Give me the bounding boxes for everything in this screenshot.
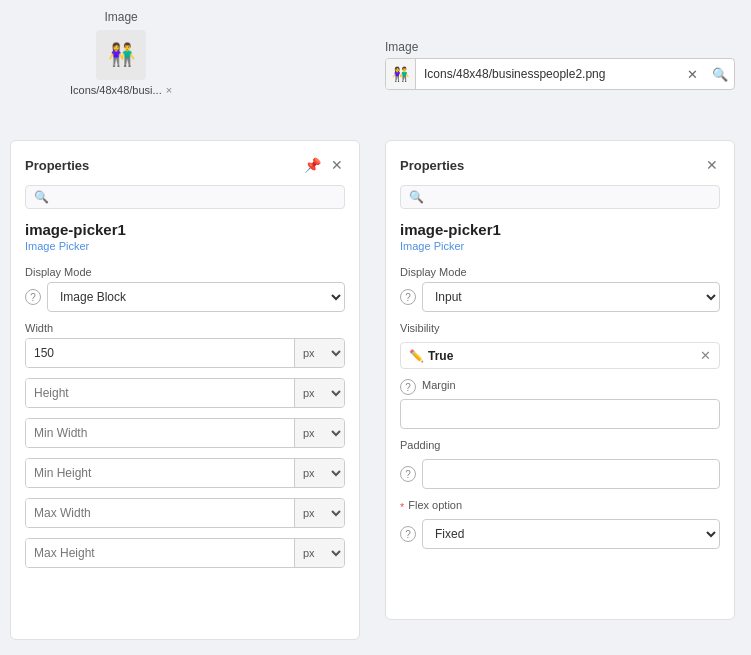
left-image-thumb: 👫	[96, 30, 146, 80]
left-search-input[interactable]	[53, 190, 336, 204]
right-flex-option-section: * Flex option ? Fixed Grow Shrink	[400, 499, 720, 549]
right-search-icon: 🔍	[409, 190, 424, 204]
image-input-icon: 👫	[386, 59, 416, 89]
left-max-height-unit-select[interactable]: px %	[294, 539, 344, 567]
left-properties-panel: Properties 📌 ✕ 🔍 image-picker1 Image Pic…	[10, 140, 360, 640]
left-height-input-unit: px %	[25, 378, 345, 408]
left-min-height-input[interactable]	[26, 459, 294, 487]
right-panel-title: Properties	[400, 158, 464, 173]
right-properties-panel: Properties ✕ 🔍 image-picker1 Image Picke…	[385, 140, 735, 620]
image-input-row: 👫 ✕ 🔍	[385, 58, 735, 90]
left-max-height-input[interactable]	[26, 539, 294, 567]
left-min-height-section: px %	[25, 458, 345, 488]
right-visibility-section: Visibility ✏️ True ✕	[400, 322, 720, 369]
left-display-mode-row: ? Image Block Input Button	[25, 282, 345, 312]
right-panel-close-button[interactable]: ✕	[704, 155, 720, 175]
left-width-input[interactable]	[26, 339, 294, 367]
right-search-input[interactable]	[428, 190, 711, 204]
right-display-mode-section: Display Mode ? Image Block Input Button	[400, 266, 720, 312]
right-display-mode-select[interactable]: Image Block Input Button	[422, 282, 720, 312]
right-padding-help[interactable]: ?	[400, 466, 416, 482]
left-width-label: Width	[25, 322, 345, 334]
right-visibility-label-row: Visibility	[400, 322, 720, 338]
right-comp-name: image-picker1	[400, 221, 720, 238]
right-flex-option-select[interactable]: Fixed Grow Shrink	[422, 519, 720, 549]
left-min-width-row: px %	[25, 418, 345, 448]
visibility-close-button[interactable]: ✕	[700, 348, 711, 363]
left-width-row: px % em	[25, 338, 345, 368]
right-display-mode-row: ? Image Block Input Button	[400, 282, 720, 312]
left-panel-header: Properties 📌 ✕	[25, 155, 345, 175]
right-padding-label: Padding	[400, 439, 440, 451]
right-flex-help[interactable]: ?	[400, 526, 416, 542]
left-min-height-unit-select[interactable]: px %	[294, 459, 344, 487]
right-display-mode-label: Display Mode	[400, 266, 720, 278]
left-height-unit-select[interactable]: px %	[294, 379, 344, 407]
right-margin-section: ? Margin	[400, 379, 720, 429]
left-height-section: px %	[25, 378, 345, 408]
left-height-row: px %	[25, 378, 345, 408]
right-panel-header: Properties ✕	[400, 155, 720, 175]
right-padding-label-row: Padding	[400, 439, 720, 455]
left-min-height-input-unit: px %	[25, 458, 345, 488]
left-max-height-section: px %	[25, 538, 345, 568]
image-search-button[interactable]: 🔍	[706, 60, 734, 88]
left-max-width-section: px %	[25, 498, 345, 528]
image-input-field[interactable]	[416, 63, 678, 85]
left-panel-pin-button[interactable]: 📌	[302, 155, 323, 175]
right-comp-type: Image Picker	[400, 240, 720, 252]
left-max-height-input-unit: px %	[25, 538, 345, 568]
right-visibility-row: ✏️ True ✕	[400, 342, 720, 369]
left-max-width-unit-select[interactable]: px %	[294, 499, 344, 527]
right-margin-label-row: ? Margin	[400, 379, 720, 395]
right-search-box[interactable]: 🔍	[400, 185, 720, 209]
right-visibility-value: ✏️ True	[409, 349, 453, 363]
left-max-width-input-unit: px %	[25, 498, 345, 528]
left-max-height-row: px %	[25, 538, 345, 568]
left-min-width-unit-select[interactable]: px %	[294, 419, 344, 447]
left-display-mode-label: Display Mode	[25, 266, 345, 278]
right-image-label: Image	[385, 40, 735, 54]
right-flex-label-row: * Flex option	[400, 499, 720, 515]
left-image-emoji: 👫	[108, 42, 135, 68]
right-flex-option-label: Flex option	[408, 499, 462, 511]
right-margin-input[interactable]	[400, 399, 720, 429]
left-display-mode-help[interactable]: ?	[25, 289, 41, 305]
right-margin-help[interactable]: ?	[400, 379, 416, 395]
left-panel-title: Properties	[25, 158, 89, 173]
left-panel-actions: 📌 ✕	[302, 155, 345, 175]
left-min-width-section: px %	[25, 418, 345, 448]
left-image-filename: Icons/48x48/busi... ×	[70, 84, 172, 96]
image-clear-button[interactable]: ✕	[678, 60, 706, 88]
pencil-icon: ✏️	[409, 349, 424, 363]
left-comp-name: image-picker1	[25, 221, 345, 238]
left-min-width-input[interactable]	[26, 419, 294, 447]
right-panel-actions: ✕	[704, 155, 720, 175]
flex-required-star: *	[400, 501, 404, 513]
left-height-input[interactable]	[26, 379, 294, 407]
left-display-mode-section: Display Mode ? Image Block Input Button	[25, 266, 345, 312]
left-width-section: Width px % em	[25, 322, 345, 368]
left-width-input-unit: px % em	[25, 338, 345, 368]
left-width-unit-select[interactable]: px % em	[294, 339, 344, 367]
left-image-area: Image 👫 Icons/48x48/busi... ×	[70, 10, 172, 96]
left-panel-close-button[interactable]: ✕	[329, 155, 345, 175]
left-max-width-row: px %	[25, 498, 345, 528]
left-min-width-input-unit: px %	[25, 418, 345, 448]
left-comp-type: Image Picker	[25, 240, 345, 252]
left-image-close[interactable]: ×	[166, 84, 172, 96]
right-visibility-label: Visibility	[400, 322, 440, 334]
left-image-label: Image	[104, 10, 137, 24]
left-search-box[interactable]: 🔍	[25, 185, 345, 209]
right-visibility-text: True	[428, 349, 453, 363]
right-image-input-area: Image 👫 ✕ 🔍	[385, 40, 735, 90]
left-search-icon: 🔍	[34, 190, 49, 204]
right-display-mode-help[interactable]: ?	[400, 289, 416, 305]
left-display-mode-select[interactable]: Image Block Input Button	[47, 282, 345, 312]
left-min-height-row: px %	[25, 458, 345, 488]
left-max-width-input[interactable]	[26, 499, 294, 527]
right-padding-section: Padding ?	[400, 439, 720, 489]
right-padding-input[interactable]	[422, 459, 720, 489]
right-margin-label: Margin	[422, 379, 456, 391]
